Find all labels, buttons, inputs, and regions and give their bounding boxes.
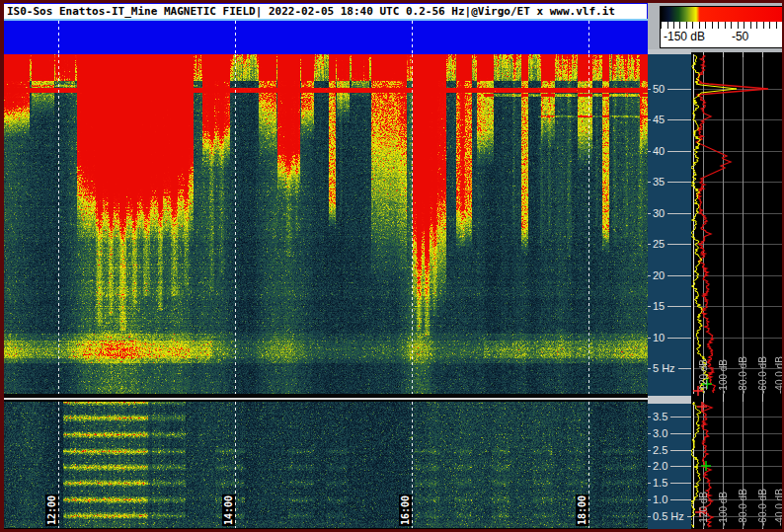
freq-tick-text: 10 [653, 332, 665, 343]
freq-tick-label: 40 [648, 145, 691, 157]
vlf-monitor-window: IS0-Sos Enattos-IT_Mine MAGNETIC FIELD| … [0, 0, 784, 532]
freq-tick-line [667, 119, 691, 120]
freq-tick-label: 2.0 [648, 460, 691, 472]
time-axis-label: 18:00 [576, 494, 588, 526]
time-axis-label: 16:00 [399, 494, 412, 526]
freq-tick-text: 5 Hz [653, 362, 675, 374]
freq-tick-mark [648, 516, 651, 517]
freq-tick-text: 15 [653, 300, 665, 312]
frequency-strip-cap [648, 49, 691, 54]
freq-tick-mark [648, 417, 651, 418]
freq-tick-line [670, 499, 691, 500]
freq-tick-text: 50 [653, 83, 665, 95]
freq-tick-mark [648, 466, 651, 467]
db-axis-label: -120 dB [698, 346, 709, 394]
freq-tick-text: 20 [653, 269, 665, 281]
freq-tick-label: 2.5 [648, 444, 691, 456]
colorbar-labels: -150 dB -50 [661, 29, 783, 45]
freq-tick-line [667, 306, 691, 307]
freq-tick-label: 3.5 [648, 411, 691, 422]
freq-tick-label: 35 [648, 176, 691, 188]
freq-tick-line [670, 417, 691, 418]
time-axis-label: 12:00 [45, 494, 58, 526]
freq-tick-line [667, 275, 691, 276]
freq-tick-mark [648, 338, 651, 339]
spectrum-panel [691, 52, 784, 529]
freq-tick-mark [648, 483, 651, 484]
freq-tick-line [678, 368, 691, 369]
freq-tick-label: 15 [648, 300, 691, 312]
db-axis-label: -60.0 dB [757, 479, 768, 526]
freq-tick-mark [648, 499, 651, 500]
freq-tick-line [667, 182, 691, 183]
freq-tick-line [670, 450, 691, 451]
freq-tick-line [667, 213, 691, 214]
freq-tick-mark [648, 368, 651, 369]
freq-tick-line [670, 466, 691, 467]
time-gridline-dash [235, 21, 236, 54]
db-axis-label: -120 dB [698, 479, 709, 526]
freq-tick-mark [648, 450, 651, 451]
freq-tick-text: 25 [653, 238, 665, 250]
window-border-top [0, 0, 784, 3]
colorbar-max-label: -50 [732, 30, 748, 43]
freq-tick-text: 1.5 [653, 477, 667, 489]
db-axis-label: -60.0 dB [757, 346, 768, 394]
freq-tick-text: 1.0 [653, 494, 667, 505]
time-gridline-dash [58, 21, 59, 54]
freq-tick-line [667, 338, 691, 339]
freq-tick-text: 2.0 [653, 460, 667, 472]
freq-tick-label: 45 [648, 114, 691, 125]
freq-tick-label: 3.0 [648, 427, 691, 439]
freq-tick-text: 30 [653, 207, 665, 219]
freq-tick-label: 1.5 [648, 477, 691, 489]
freq-tick-mark [648, 182, 651, 183]
time-axis-label: 14:00 [222, 494, 235, 526]
panel-separator-line [4, 398, 648, 400]
low-band-spectrogram [4, 402, 648, 528]
colorbar-scale-ticks [661, 22, 783, 29]
freq-tick-line [670, 483, 691, 484]
freq-tick-label: 25 [648, 238, 691, 250]
freq-tick-text: 3.5 [653, 411, 667, 422]
db-axis-label: -80.0 dB [738, 479, 748, 526]
freq-tick-line [667, 89, 691, 90]
title-box: IS0-Sos Enattos-IT_Mine MAGNETIC FIELD| … [4, 4, 647, 20]
colorbar: -150 dB -50 [660, 6, 784, 48]
freq-tick-label: 5 Hz [648, 362, 691, 374]
page-title: IS0-Sos Enattos-IT_Mine MAGNETIC FIELD| … [4, 4, 647, 19]
freq-tick-text: 40 [653, 145, 665, 157]
db-axis-label: -80.0 dB [738, 346, 748, 394]
freq-tick-mark [648, 213, 651, 214]
freq-tick-mark [648, 275, 651, 276]
freq-tick-label: 20 [648, 269, 691, 281]
time-gridline-dash [412, 21, 413, 54]
freq-tick-line [667, 244, 691, 245]
freq-tick-text: 35 [653, 176, 665, 188]
window-border-left [0, 0, 4, 532]
freq-tick-text: 0.5 Hz [653, 510, 684, 522]
db-axis-label: -100 dB [718, 346, 729, 394]
freq-tick-text: 2.5 [653, 444, 667, 456]
db-axis-label: -100 dB [718, 479, 729, 526]
freq-tick-label: 10 [648, 332, 691, 343]
freq-tick-text: 45 [653, 114, 665, 125]
frequency-strip-separator [648, 396, 691, 404]
colorbar-gradient [661, 7, 783, 22]
freq-tick-line [667, 151, 691, 152]
freq-tick-mark [648, 89, 651, 90]
main-spectrogram [4, 54, 648, 394]
frequency-axis-strip: 5045403530252015105 Hz3.53.02.52.01.51.0… [648, 49, 691, 529]
freq-tick-line [670, 433, 691, 434]
colorbar-min-label: -150 dB [664, 30, 705, 43]
freq-tick-mark [648, 306, 651, 307]
freq-tick-label: 30 [648, 207, 691, 219]
freq-tick-mark [648, 151, 651, 152]
time-gridline-dash [588, 21, 589, 54]
freq-tick-label: 1.0 [648, 494, 691, 505]
freq-tick-mark [648, 244, 651, 245]
freq-tick-label: 50 [648, 83, 691, 95]
freq-tick-text: 3.0 [653, 427, 667, 439]
freq-tick-label: 0.5 Hz [648, 510, 691, 522]
top-time-bar [4, 21, 648, 54]
